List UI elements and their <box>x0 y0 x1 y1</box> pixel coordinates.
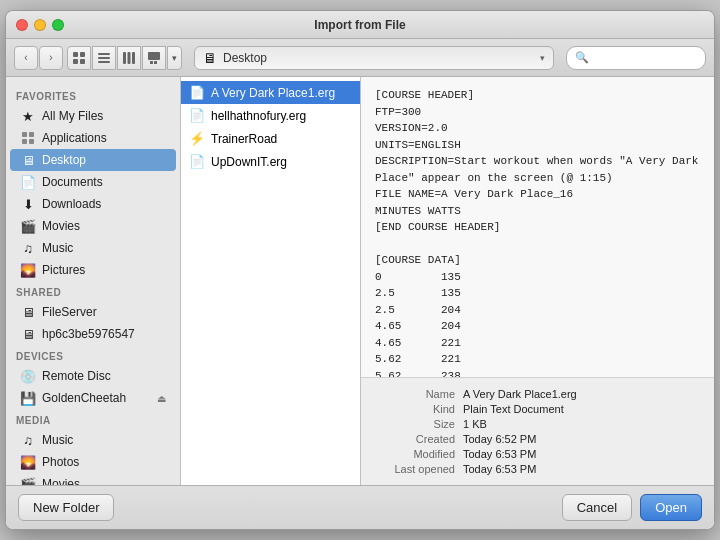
sidebar-item-label: GoldenCheetah <box>42 391 126 405</box>
sidebar-item-movies-media[interactable]: 🎬 Movies <box>10 473 176 485</box>
sidebar-item-movies[interactable]: 🎬 Movies <box>10 215 176 237</box>
favorites-label: FAVORITES <box>6 85 180 105</box>
sidebar-item-label: All My Files <box>42 109 103 123</box>
preview-content: [COURSE HEADER] FTP=300 VERSION=2.0 UNIT… <box>375 87 700 377</box>
file-item[interactable]: 📄 UpDownIT.erg <box>181 150 360 173</box>
devices-label: DEVICES <box>6 345 180 365</box>
sidebar-item-label: Applications <box>42 131 107 145</box>
view-list-button[interactable] <box>92 46 116 70</box>
sidebar-item-all-my-files[interactable]: ★ All My Files <box>10 105 176 127</box>
kind-value: Plain Text Document <box>463 403 700 415</box>
maximize-button[interactable] <box>52 19 64 31</box>
hp-device-icon: 🖥 <box>20 326 36 342</box>
search-input[interactable] <box>593 51 715 65</box>
file-item[interactable]: ⚡ TrainerRoad <box>181 127 360 150</box>
sidebar-item-remote-disc[interactable]: 💿 Remote Disc <box>10 365 176 387</box>
location-text: Desktop <box>223 51 534 65</box>
sidebar-item-documents[interactable]: 📄 Documents <box>10 171 176 193</box>
file-preview: [COURSE HEADER] FTP=300 VERSION=2.0 UNIT… <box>361 77 714 377</box>
file-info: Name A Very Dark Place1.erg Kind Plain T… <box>361 377 714 485</box>
kind-label: Kind <box>375 403 455 415</box>
sidebar-item-label: Movies <box>42 477 80 485</box>
music-media-icon: ♫ <box>20 432 36 448</box>
svg-rect-2 <box>73 59 78 64</box>
movies-media-icon: 🎬 <box>20 476 36 485</box>
desktop-icon: 🖥 <box>20 152 36 168</box>
last-opened-value: Today 6:53 PM <box>463 463 700 475</box>
shared-label: SHARED <box>6 281 180 301</box>
view-dropdown-button[interactable]: ▾ <box>167 46 182 70</box>
sidebar-item-pictures[interactable]: 🌄 Pictures <box>10 259 176 281</box>
sidebar-item-label: Music <box>42 433 73 447</box>
sidebar-item-desktop[interactable]: 🖥 Desktop <box>10 149 176 171</box>
minimize-button[interactable] <box>34 19 46 31</box>
all-my-files-icon: ★ <box>20 108 36 124</box>
location-dropdown-icon: ▾ <box>540 53 545 63</box>
toolbar: ‹ › <box>6 39 714 77</box>
music-icon: ♫ <box>20 240 36 256</box>
sidebar-item-label: Pictures <box>42 263 85 277</box>
sidebar-item-golden-cheetah[interactable]: 💾 GoldenCheetah ⏏ <box>10 387 176 409</box>
sidebar-item-file-server[interactable]: 🖥 FileServer <box>10 301 176 323</box>
sidebar-item-hp-device[interactable]: 🖥 hp6c3be5976547 <box>10 323 176 345</box>
new-folder-button[interactable]: New Folder <box>18 494 114 521</box>
sidebar-item-label: Photos <box>42 455 79 469</box>
file-icon: 📄 <box>189 85 205 100</box>
svg-rect-3 <box>80 59 85 64</box>
bottom-bar: New Folder Cancel Open <box>6 485 714 529</box>
nav-group: ‹ › <box>14 46 63 70</box>
traffic-lights <box>16 19 64 31</box>
window-title: Import from File <box>314 18 405 32</box>
sidebar-item-applications[interactable]: Applications <box>10 127 176 149</box>
file-item[interactable]: 📄 A Very Dark Place1.erg <box>181 81 360 104</box>
file-item[interactable]: 📄 hellhathnofury.erg <box>181 104 360 127</box>
sidebar-item-label: Music <box>42 241 73 255</box>
remote-disc-icon: 💿 <box>20 368 36 384</box>
sidebar-item-music-media[interactable]: ♫ Music <box>10 429 176 451</box>
file-name: TrainerRoad <box>211 132 277 146</box>
golden-cheetah-icon: 💾 <box>20 390 36 406</box>
open-button[interactable]: Open <box>640 494 702 521</box>
svg-rect-14 <box>29 132 34 137</box>
sidebar-item-photos[interactable]: 🌄 Photos <box>10 451 176 473</box>
sidebar-item-music[interactable]: ♫ Music <box>10 237 176 259</box>
media-label: MEDIA <box>6 409 180 429</box>
location-icon: 🖥 <box>203 50 217 66</box>
svg-rect-5 <box>98 57 110 59</box>
svg-rect-1 <box>80 52 85 57</box>
forward-button[interactable]: › <box>39 46 63 70</box>
view-cover-button[interactable] <box>142 46 166 70</box>
name-value: A Very Dark Place1.erg <box>463 388 700 400</box>
sidebar: FAVORITES ★ All My Files Applications 🖥 … <box>6 77 181 485</box>
back-button[interactable]: ‹ <box>14 46 38 70</box>
downloads-icon: ⬇ <box>20 196 36 212</box>
sidebar-item-downloads[interactable]: ⬇ Downloads <box>10 193 176 215</box>
cancel-button[interactable]: Cancel <box>562 494 632 521</box>
view-column-button[interactable] <box>117 46 141 70</box>
view-group: ▾ <box>67 46 182 70</box>
eject-icon[interactable]: ⏏ <box>157 393 166 404</box>
sidebar-item-label: FileServer <box>42 305 97 319</box>
movies-icon: 🎬 <box>20 218 36 234</box>
sidebar-item-label: Documents <box>42 175 103 189</box>
location-bar[interactable]: 🖥 Desktop ▾ <box>194 46 554 70</box>
applications-icon <box>20 130 36 146</box>
view-icon-button[interactable] <box>67 46 91 70</box>
search-bar[interactable]: 🔍 <box>566 46 706 70</box>
svg-rect-10 <box>148 52 160 60</box>
file-name: A Very Dark Place1.erg <box>211 86 335 100</box>
file-icon: 📄 <box>189 108 205 123</box>
svg-rect-15 <box>22 139 27 144</box>
file-server-icon: 🖥 <box>20 304 36 320</box>
close-button[interactable] <box>16 19 28 31</box>
last-opened-label: Last opened <box>375 463 455 475</box>
file-icon: 📄 <box>189 154 205 169</box>
sidebar-item-label: Movies <box>42 219 80 233</box>
photos-icon: 🌄 <box>20 454 36 470</box>
dialog-window: Import from File ‹ › <box>5 10 715 530</box>
file-name: hellhathnofury.erg <box>211 109 306 123</box>
sidebar-item-label: hp6c3be5976547 <box>42 327 135 341</box>
svg-rect-11 <box>150 61 153 64</box>
preview-panel: [COURSE HEADER] FTP=300 VERSION=2.0 UNIT… <box>361 77 714 485</box>
sidebar-item-label: Remote Disc <box>42 369 111 383</box>
